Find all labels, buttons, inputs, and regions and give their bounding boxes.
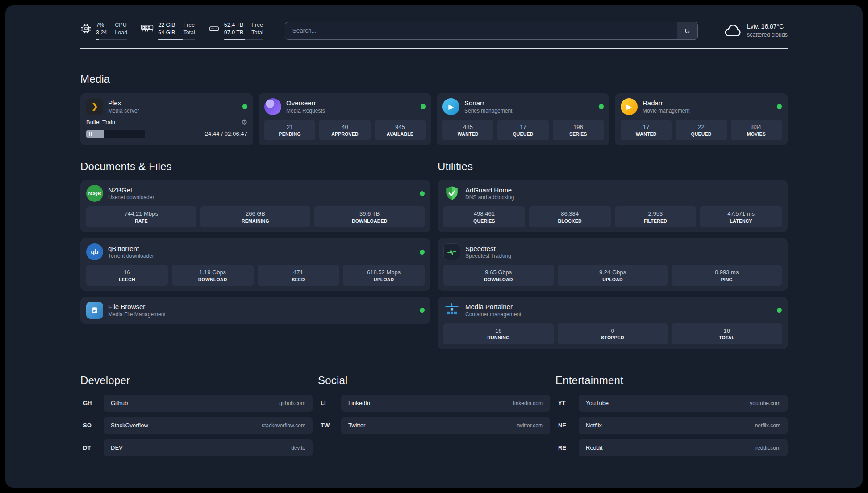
- section-media: Media ❯ Plex Media server Bullet Train ⚙: [80, 73, 788, 146]
- stat-value: 22: [677, 123, 725, 131]
- stat-box: 39.6 TBDOWNLOADED: [314, 206, 425, 227]
- stat-box: 47.571 msLATENCY: [700, 206, 782, 227]
- playback-progress-bar[interactable]: [86, 130, 145, 138]
- weather-widget: Lviv, 16.87°C scattered clouds: [723, 22, 788, 39]
- app-name: Media Portainer: [465, 302, 521, 311]
- bookmark-link[interactable]: LinkedInlinkedin.com: [341, 395, 550, 412]
- disk-label-top: Free: [251, 21, 263, 29]
- bookmark-row: SOStackOverflowstackoverflow.com: [80, 417, 313, 434]
- stat-box: 498,461QUERIES: [443, 206, 525, 227]
- section-developer: Developer GHGithubgithub.comSOStackOverf…: [80, 374, 313, 456]
- stat-label: STOPPED: [559, 334, 666, 341]
- stat-value: 21: [266, 123, 313, 131]
- section-title-documents: Documents & Files: [80, 160, 430, 173]
- stat-value: 834: [733, 123, 780, 131]
- stat-value: 9.65 Gbps: [445, 268, 552, 276]
- bookmark-link[interactable]: Redditreddit.com: [579, 439, 788, 456]
- stat-box: 0STOPPED: [558, 323, 668, 344]
- stat-label: RUNNING: [445, 334, 552, 341]
- app-subtitle: Container management: [465, 311, 521, 318]
- stat-value: 498,461: [445, 210, 523, 218]
- bookmark-link[interactable]: DEVdev.to: [104, 439, 313, 456]
- stat-box: 471SEED: [258, 265, 339, 286]
- bookmark-row: GHGithubgithub.com: [80, 395, 313, 412]
- bookmark-name: YouTube: [586, 400, 609, 406]
- sonarr-card[interactable]: ▶ Sonarr Series management 485WANTED17QU…: [437, 93, 609, 146]
- stat-box: 9.65 GbpsDOWNLOAD: [443, 265, 554, 286]
- status-dot: [777, 104, 782, 109]
- filebrowser-card[interactable]: File Browser Media File Management: [80, 297, 430, 324]
- stat-label: QUEUED: [499, 131, 547, 137]
- stat-value: 17: [622, 123, 670, 131]
- nzbget-card[interactable]: nzbget NZBGet Usenet downloader 744.21 M…: [80, 180, 430, 232]
- disk-icon: [209, 23, 220, 34]
- stat-box: 485WANTED: [442, 120, 493, 141]
- stat-value: 1.19 Gbps: [174, 268, 252, 276]
- adguard-icon: [443, 185, 460, 202]
- search-bar: G: [285, 22, 698, 40]
- bookmark-link[interactable]: Netflixnetflix.com: [579, 417, 788, 434]
- status-dot: [421, 104, 426, 109]
- stat-label: TOTAL: [673, 334, 780, 341]
- stat-box: 16LEECH: [86, 265, 168, 286]
- stat-label: DOWNLOAD: [174, 276, 252, 283]
- search-engine-button[interactable]: G: [677, 22, 697, 39]
- disk-free-value: 52.4 TB: [224, 21, 244, 29]
- section-utilities: Utilities AdGuard Home D: [438, 160, 788, 349]
- stat-box: 40APPROVED: [319, 120, 370, 141]
- cpu-icon: [80, 23, 92, 34]
- bookmark-abbr: RE: [555, 444, 579, 451]
- stat-box: 9.24 GbpsUPLOAD: [558, 265, 668, 286]
- bookmark-link[interactable]: Githubgithub.com: [104, 395, 313, 412]
- pause-icon[interactable]: [89, 132, 92, 136]
- bookmark-name: StackOverflow: [111, 422, 148, 429]
- qbittorrent-card[interactable]: qb qBittorrent Torrent downloader 16LEEC…: [80, 238, 430, 291]
- disk-usage-bar: [224, 39, 263, 40]
- stat-label: DOWNLOAD: [445, 276, 552, 283]
- stat-box: 834MOVIES: [731, 120, 782, 141]
- app-subtitle: Movie management: [643, 108, 689, 115]
- bookmark-url: dev.to: [291, 445, 305, 451]
- stat-box: 22QUEUED: [676, 120, 726, 141]
- app-subtitle: DNS and adblocking: [465, 194, 514, 201]
- bookmark-abbr: DT: [80, 444, 104, 451]
- radarr-card[interactable]: ▶ Radarr Movie management 17WANTED22QUEU…: [615, 93, 788, 146]
- bookmark-link[interactable]: Twittertwitter.com: [341, 417, 550, 434]
- section-entertainment: Entertainment YTYouTubeyoutube.comNFNetf…: [555, 374, 788, 456]
- gear-icon[interactable]: ⚙: [241, 119, 247, 126]
- stat-value: 485: [444, 123, 492, 131]
- now-playing-title: Bullet Train: [86, 119, 115, 125]
- disk-label-bottom: Total: [251, 29, 263, 37]
- bookmark-row: TWTwittertwitter.com: [318, 417, 550, 434]
- speedtest-card[interactable]: Speedtest Speedtest Tracking 9.65 GbpsDO…: [438, 238, 788, 291]
- stat-box: 21PENDING: [264, 120, 315, 141]
- bookmark-row: NFNetflixnetflix.com: [555, 417, 788, 434]
- status-dot: [242, 104, 247, 109]
- search-input[interactable]: [285, 22, 677, 39]
- header-divider: [80, 48, 788, 49]
- bookmark-name: Reddit: [586, 444, 603, 451]
- section-documents: Documents & Files nzbget NZBGet Usenet d…: [80, 160, 430, 323]
- bookmark-url: twitter.com: [517, 422, 543, 429]
- overseerr-card[interactable]: Overseerr Media Requests 21PENDING40APPR…: [259, 93, 431, 146]
- stat-label: RATE: [88, 218, 195, 224]
- stat-box: 196SERIES: [553, 120, 604, 141]
- stat-value: 16: [445, 327, 552, 335]
- stat-value: 945: [376, 123, 424, 131]
- bookmark-url: reddit.com: [755, 445, 780, 451]
- plex-card[interactable]: ❯ Plex Media server Bullet Train ⚙: [80, 93, 253, 146]
- stat-value: 16: [88, 268, 166, 276]
- stat-value: 39.6 TB: [316, 210, 423, 218]
- bookmark-link[interactable]: StackOverflowstackoverflow.com: [104, 417, 313, 434]
- app-subtitle: Media Requests: [286, 108, 325, 115]
- portainer-card[interactable]: Media Portainer Container management 16R…: [438, 297, 788, 349]
- cpu-usage-bar: [96, 39, 127, 40]
- bookmark-abbr: GH: [80, 400, 104, 406]
- bookmark-link[interactable]: YouTubeyoutube.com: [579, 395, 788, 412]
- adguard-card[interactable]: AdGuard Home DNS and adblocking 498,461Q…: [438, 180, 788, 232]
- overseerr-icon: [264, 98, 281, 115]
- status-dot: [420, 308, 425, 313]
- disk-total-value: 97.9 TB: [224, 29, 244, 37]
- stat-value: 40: [321, 123, 368, 131]
- status-dot: [420, 250, 425, 255]
